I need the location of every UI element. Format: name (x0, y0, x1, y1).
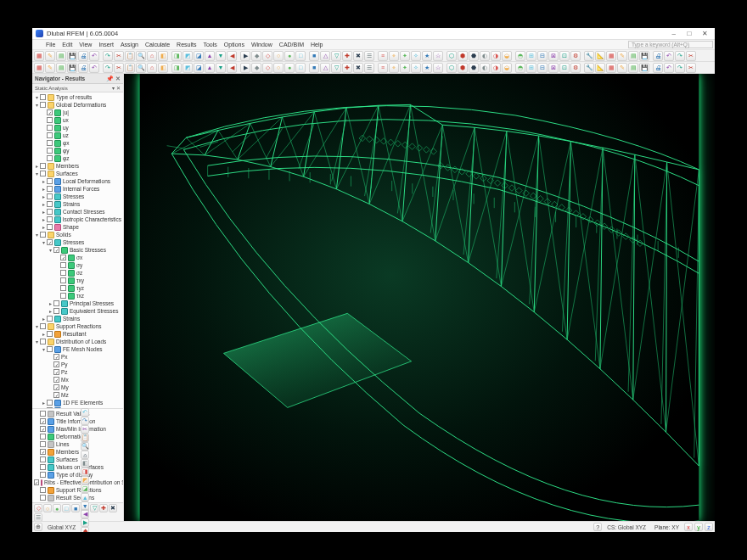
toolbar-button[interactable]: ⬡ (447, 51, 457, 61)
checkbox[interactable] (47, 109, 53, 115)
checkbox[interactable] (60, 285, 66, 291)
checkbox[interactable] (34, 479, 39, 485)
toolbar-button[interactable]: ✦ (400, 51, 410, 61)
toolbar-button[interactable]: ✖ (353, 51, 363, 61)
toolbar-button[interactable]: ⊡ (559, 63, 570, 73)
tree-node[interactable]: ▸Internal Forces (32, 185, 123, 193)
toolbar-button[interactable]: ● (284, 51, 295, 61)
expand-icon[interactable]: ▾ (34, 94, 40, 100)
tree-node[interactable]: ▾Basic Stresses (32, 246, 123, 254)
checkbox[interactable] (47, 193, 53, 199)
menu-window[interactable]: Window (248, 42, 276, 48)
navigator-tree[interactable]: ▾Type of results▾Global Deformations|u|u… (32, 92, 123, 408)
expand-icon[interactable]: ▾ (41, 346, 47, 352)
toolbar-button[interactable]: ■ (309, 63, 319, 73)
status-tool[interactable]: ◆ (81, 527, 89, 532)
checkbox[interactable] (53, 377, 59, 383)
tree-node[interactable]: ▸Strains (32, 315, 123, 322)
toolbar-button[interactable]: ✦ (400, 63, 410, 73)
toolbar-button[interactable]: ▦ (34, 63, 44, 73)
checkbox[interactable] (47, 140, 53, 146)
tree-node[interactable]: ▾FE Mesh Nodes (32, 345, 123, 353)
toolbar-button[interactable]: ▦ (606, 63, 616, 73)
toolbar-button[interactable]: ☆ (433, 63, 443, 73)
toolbar-button[interactable]: ◩ (183, 51, 193, 61)
tree-node[interactable]: Mx (32, 376, 123, 384)
checkbox[interactable] (47, 125, 53, 131)
toolbar-button[interactable]: ⊠ (548, 63, 559, 73)
checkbox[interactable] (40, 487, 46, 493)
status-tool[interactable]: ↷ (81, 417, 89, 425)
viewport-3d[interactable] (124, 74, 715, 521)
toolbar-button[interactable]: ◆ (251, 51, 261, 61)
toolbar-button[interactable]: ◑ (491, 51, 501, 61)
toolbar-button[interactable]: ⬣ (469, 51, 479, 61)
menu-cadbim[interactable]: CAD/BIM (276, 42, 307, 48)
checkbox[interactable] (40, 171, 46, 176)
toolbar-button[interactable]: ⊡ (559, 51, 570, 61)
menu-file[interactable]: File (42, 42, 59, 48)
menu-results[interactable]: Results (173, 42, 199, 48)
status-tool[interactable]: ▼ (81, 501, 89, 510)
checkbox[interactable] (53, 308, 59, 314)
checkbox[interactable] (47, 117, 53, 123)
toolbar-button[interactable]: ▦ (606, 51, 616, 61)
toolbar-button[interactable]: ≡ (378, 51, 388, 61)
toolbar-button[interactable]: ◀ (227, 51, 237, 61)
toolbar-button[interactable]: 🖨 (78, 51, 88, 61)
status-tool[interactable]: ◪ (81, 484, 89, 493)
toolbar-button[interactable]: ○ (273, 51, 284, 61)
toolbar-button[interactable]: ✎ (45, 63, 55, 73)
menu-assign[interactable]: Assign (117, 42, 142, 48)
toolbar-button[interactable]: ◐ (480, 51, 490, 61)
toolbar-button[interactable]: ⌖ (389, 51, 399, 61)
tree-node[interactable]: |u| (32, 109, 123, 116)
checkbox[interactable] (47, 186, 53, 192)
checkbox[interactable] (53, 354, 59, 360)
toolbar-button[interactable]: 🖨 (653, 63, 663, 73)
toolbar-button[interactable]: 🖨 (78, 63, 88, 73)
toolbar-button[interactable]: ✂ (686, 63, 696, 73)
toolbar-button[interactable]: ↶ (89, 63, 99, 73)
nav-footer-button[interactable]: ▽ (90, 504, 98, 512)
toolbar-button[interactable]: ★ (422, 51, 432, 61)
tree-node[interactable]: ▾Surfaces (32, 170, 123, 177)
expand-icon[interactable]: ▸ (41, 193, 47, 199)
tree-node[interactable]: ▾Stresses (32, 238, 123, 246)
checkbox[interactable] (60, 262, 66, 268)
toolbar-button[interactable]: ★ (422, 63, 432, 73)
tree-node[interactable]: Type of display (32, 471, 123, 479)
toolbar-button[interactable]: ▶ (240, 63, 250, 73)
tree-node[interactable]: ▸Members (32, 162, 123, 170)
status-tool[interactable]: ▲ (81, 493, 89, 501)
toolbar-button[interactable]: ▲ (205, 51, 215, 61)
toolbar-button[interactable]: ↶ (664, 63, 674, 73)
toolbar-button[interactable]: ✎ (617, 63, 627, 73)
tree-node[interactable]: ▸Contact Stresses (32, 208, 123, 216)
checkbox[interactable] (47, 201, 53, 207)
toolbar-button[interactable]: ↷ (103, 51, 113, 61)
toolbar-button[interactable]: ◪ (194, 63, 204, 73)
toolbar-button[interactable]: 💾 (639, 51, 649, 61)
tree-node[interactable]: Px (32, 353, 123, 361)
status-tool[interactable]: ✂ (81, 425, 89, 434)
toolbar-button[interactable]: ⌂ (147, 63, 157, 73)
toolbar-button[interactable]: 📐 (595, 63, 605, 73)
menu-edit[interactable]: Edit (59, 42, 76, 48)
toolbar-button[interactable]: ◨ (171, 63, 182, 73)
checkbox[interactable] (40, 102, 46, 108)
status-tool[interactable]: ◩ (81, 476, 89, 484)
tree-node[interactable]: ▸Shape (32, 223, 123, 231)
toolbar-button[interactable]: ◧ (158, 63, 168, 73)
checkbox[interactable] (40, 426, 46, 432)
toolbar-button[interactable]: ⊠ (548, 51, 559, 61)
toolbar-button[interactable]: ↷ (103, 63, 113, 73)
menu-help[interactable]: Help (307, 42, 326, 48)
search-input[interactable]: Type a keyword (Alt+Q) (628, 41, 713, 48)
axis-z-icon[interactable]: z (705, 523, 713, 531)
checkbox[interactable] (47, 331, 53, 337)
toolbar-button[interactable]: ■ (309, 51, 319, 61)
status-tool[interactable]: ⌂ (81, 451, 89, 459)
checkbox[interactable] (40, 464, 46, 470)
toolbar-button[interactable]: ✎ (617, 51, 627, 61)
